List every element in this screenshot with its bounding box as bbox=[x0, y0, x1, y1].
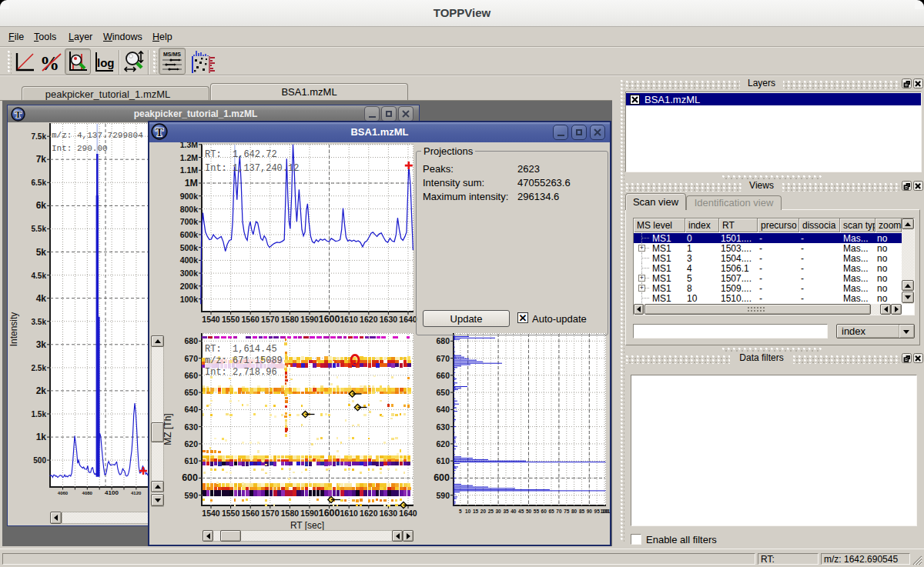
svg-text:95: 95 bbox=[594, 509, 601, 514]
svg-text:1540: 1540 bbox=[202, 509, 220, 518]
svg-text:85: 85 bbox=[579, 509, 585, 514]
svg-text:300k: 300k bbox=[180, 268, 199, 278]
svg-text:1610: 1610 bbox=[340, 315, 359, 324]
svg-text:1620: 1620 bbox=[360, 315, 378, 324]
svg-text:670: 670 bbox=[184, 354, 198, 363]
svg-text:1580: 1580 bbox=[281, 315, 300, 324]
svg-text:20: 20 bbox=[480, 509, 487, 514]
svg-text:630: 630 bbox=[436, 422, 450, 432]
svg-text:15: 15 bbox=[473, 509, 479, 514]
svg-text:620: 620 bbox=[184, 439, 198, 449]
svg-text:1550: 1550 bbox=[222, 509, 240, 518]
svg-text:600: 600 bbox=[434, 472, 450, 483]
svg-text:60: 60 bbox=[541, 509, 547, 514]
svg-text:70: 70 bbox=[556, 509, 562, 514]
svg-text:1M: 1M bbox=[185, 178, 198, 188]
svg-text:600: 600 bbox=[182, 472, 198, 483]
svg-text:1630: 1630 bbox=[380, 509, 398, 518]
svg-text:90: 90 bbox=[587, 509, 593, 514]
svg-text:670: 670 bbox=[436, 354, 450, 363]
svg-text:1620: 1620 bbox=[360, 509, 378, 518]
svg-text:500: 500 bbox=[33, 456, 46, 465]
svg-text:6k: 6k bbox=[36, 200, 47, 211]
svg-text:5.5k: 5.5k bbox=[32, 225, 47, 233]
svg-text:Int: 290.00: Int: 290.00 bbox=[52, 144, 108, 153]
svg-text:1.2M: 1.2M bbox=[180, 153, 199, 162]
svg-text:25: 25 bbox=[488, 509, 494, 514]
svg-text:2.5k: 2.5k bbox=[32, 364, 47, 372]
svg-text:4060: 4060 bbox=[58, 491, 69, 495]
svg-text:1.3M: 1.3M bbox=[180, 142, 199, 149]
svg-text:4.5k: 4.5k bbox=[32, 272, 47, 280]
svg-text:101: 101 bbox=[602, 509, 611, 514]
svg-text:610: 610 bbox=[184, 456, 198, 465]
svg-text:6.5k: 6.5k bbox=[32, 178, 47, 187]
svg-text:590: 590 bbox=[184, 491, 198, 500]
svg-text:RT: 1,642.72: RT: 1,642.72 bbox=[205, 149, 277, 160]
svg-text:610: 610 bbox=[436, 456, 450, 465]
svg-text:900k: 900k bbox=[180, 192, 199, 201]
svg-text:4k: 4k bbox=[36, 293, 47, 304]
svg-text:680: 680 bbox=[436, 336, 450, 345]
svg-text:1540: 1540 bbox=[202, 315, 220, 324]
svg-text:MZ [Th]: MZ [Th] bbox=[162, 413, 173, 445]
svg-text:log: log bbox=[97, 56, 115, 69]
svg-text:1600: 1600 bbox=[319, 314, 340, 325]
svg-text:80: 80 bbox=[571, 509, 578, 514]
svg-text:40: 40 bbox=[511, 509, 517, 514]
svg-text:650: 650 bbox=[184, 388, 198, 397]
svg-text:590: 590 bbox=[436, 491, 450, 500]
svg-text:T: T bbox=[156, 126, 163, 138]
svg-text:640: 640 bbox=[436, 405, 450, 414]
svg-text:1.1M: 1.1M bbox=[180, 165, 199, 175]
svg-text:30: 30 bbox=[495, 509, 501, 514]
svg-text:680: 680 bbox=[184, 336, 198, 345]
svg-text:1570: 1570 bbox=[261, 509, 280, 518]
svg-text:RT [sec]: RT [sec] bbox=[290, 520, 324, 531]
svg-text:m/z: 671.15089: m/z: 671.15089 bbox=[205, 355, 283, 366]
svg-text:5k: 5k bbox=[36, 247, 47, 258]
svg-text:660: 660 bbox=[436, 371, 450, 380]
svg-text:Int: 1,137,240.12: Int: 1,137,240.12 bbox=[205, 163, 299, 174]
svg-text:400k: 400k bbox=[180, 255, 199, 265]
svg-text:100k: 100k bbox=[180, 295, 199, 304]
svg-text:65: 65 bbox=[548, 509, 554, 514]
svg-text:650: 650 bbox=[436, 388, 450, 397]
svg-text:1.5k: 1.5k bbox=[32, 410, 47, 419]
svg-text:RT: 1,614.45: RT: 1,614.45 bbox=[205, 344, 277, 355]
svg-text:500k: 500k bbox=[180, 243, 199, 252]
svg-text:MS/MS: MS/MS bbox=[163, 52, 181, 57]
svg-text:3.5k: 3.5k bbox=[32, 318, 47, 326]
svg-text:200k: 200k bbox=[180, 282, 199, 291]
svg-text:1590: 1590 bbox=[300, 315, 319, 324]
svg-text:1k: 1k bbox=[36, 432, 47, 442]
svg-text:630: 630 bbox=[184, 422, 198, 432]
svg-text:660: 660 bbox=[184, 371, 198, 380]
svg-text:10: 10 bbox=[465, 509, 471, 514]
svg-text:1570: 1570 bbox=[261, 315, 280, 324]
svg-text:1550: 1550 bbox=[222, 315, 240, 324]
svg-text:3k: 3k bbox=[36, 339, 47, 350]
svg-text:5: 5 bbox=[459, 509, 462, 514]
svg-text:Intensity: Intensity bbox=[8, 312, 19, 347]
svg-text:1560: 1560 bbox=[242, 509, 260, 518]
svg-text:1590: 1590 bbox=[300, 509, 319, 518]
svg-text:55: 55 bbox=[534, 509, 540, 514]
svg-text:4100: 4100 bbox=[105, 489, 119, 496]
svg-text:1600: 1600 bbox=[319, 508, 340, 519]
svg-text:4080: 4080 bbox=[82, 491, 93, 495]
svg-text:700k: 700k bbox=[180, 217, 199, 226]
svg-text:50: 50 bbox=[526, 509, 532, 514]
svg-text:7.5k: 7.5k bbox=[32, 132, 47, 141]
svg-text:m/z: 4,137.7299804: m/z: 4,137.7299804 bbox=[52, 131, 143, 140]
svg-text:75: 75 bbox=[564, 509, 570, 514]
svg-text:1560: 1560 bbox=[242, 315, 260, 324]
svg-text:640: 640 bbox=[184, 405, 198, 414]
svg-text:800k: 800k bbox=[180, 205, 199, 214]
svg-text:1610: 1610 bbox=[340, 509, 359, 518]
svg-text:1640: 1640 bbox=[399, 509, 417, 518]
svg-text:7k: 7k bbox=[36, 154, 47, 165]
svg-text:1640: 1640 bbox=[399, 315, 417, 324]
svg-text:1630: 1630 bbox=[380, 315, 398, 324]
svg-text:35: 35 bbox=[503, 509, 509, 514]
